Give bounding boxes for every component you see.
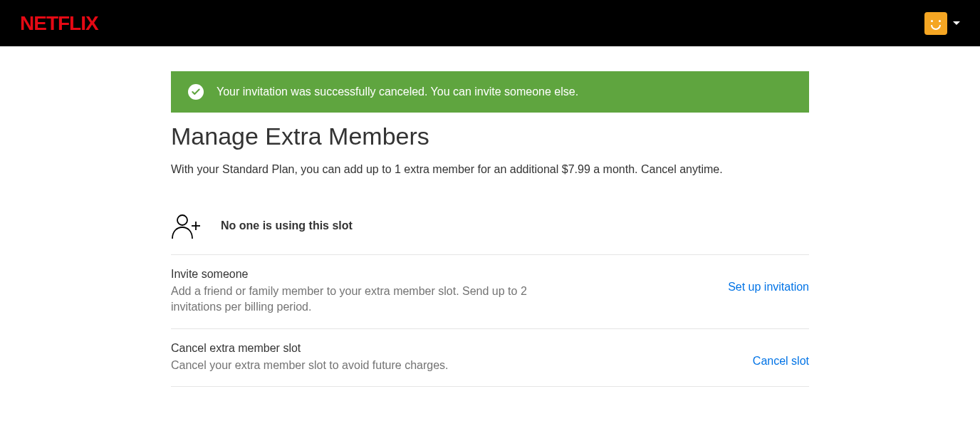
svg-point-0 <box>177 215 187 225</box>
page-description: With your Standard Plan, you can add up … <box>171 163 809 176</box>
invite-title: Invite someone <box>171 268 527 281</box>
setup-invitation-link[interactable]: Set up invitation <box>728 281 809 294</box>
header: NETFLIX <box>0 0 980 46</box>
check-circle-icon <box>188 84 204 100</box>
main-content: Your invitation was successfully cancele… <box>171 46 809 387</box>
cancel-row: Cancel extra member slot Cancel your ext… <box>171 329 809 387</box>
caret-down-icon <box>953 21 960 25</box>
banner-message: Your invitation was successfully cancele… <box>217 85 578 98</box>
avatar <box>924 12 947 35</box>
page-title: Manage Extra Members <box>171 123 809 150</box>
person-add-icon <box>171 213 202 239</box>
cancel-slot-link[interactable]: Cancel slot <box>753 355 809 368</box>
success-banner: Your invitation was successfully cancele… <box>171 71 809 113</box>
slot-row: No one is using this slot <box>171 213 809 255</box>
invite-description: Add a friend or family member to your ex… <box>171 284 527 316</box>
slot-status: No one is using this slot <box>221 219 353 232</box>
netflix-logo[interactable]: NETFLIX <box>20 12 98 35</box>
cancel-description: Cancel your extra member slot to avoid f… <box>171 358 449 373</box>
profile-menu[interactable] <box>924 12 960 35</box>
cancel-title: Cancel extra member slot <box>171 342 449 355</box>
invite-row: Invite someone Add a friend or family me… <box>171 255 809 329</box>
